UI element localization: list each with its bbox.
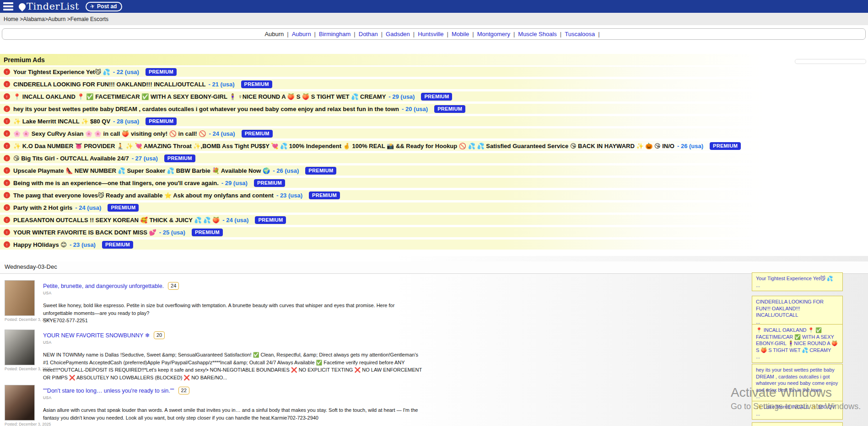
city-separator: | (287, 31, 288, 37)
premium-ad-title[interactable]: Party with 2 Hot girls (13, 204, 72, 211)
city-link[interactable]: Tuscaloosa (565, 31, 595, 37)
bump-up-icon: ↑ (4, 130, 10, 137)
bump-up-icon: ↑ (4, 180, 10, 186)
breadcrumb[interactable]: Home >Alabama>Auburn >Female Escorts (4, 16, 108, 22)
premium-ad-title[interactable]: ✨ Lake Merritt INCALL ✨ $80 QV (13, 118, 110, 125)
premium-ad-row[interactable]: ↑ 😘 Big Tits Girl - OUTCALL Available 24… (0, 153, 868, 163)
premium-ad-row[interactable]: ↑ Happy HOlidays 😊 - 23 (usa) PREMIUM (0, 240, 868, 250)
premium-ad-title[interactable]: Happy HOlidays 😊 (13, 241, 67, 248)
premium-ad-row[interactable]: ↑ Being with me is an experience—one tha… (0, 178, 868, 188)
premium-sidebar: Your Tightest Experience Yet😼 💦 ... CIND… (752, 0, 843, 426)
city-link[interactable]: Gadsden (386, 31, 410, 37)
premium-ad-title[interactable]: 😘 Big Tits Girl - OUTCALL Available 24/7 (13, 155, 129, 162)
sidebar-ad-ellipsis: ... (756, 410, 839, 417)
breadcrumb-band: Home >Alabama>Auburn >Female Escorts (0, 13, 868, 25)
premium-ad-row[interactable]: ↑ ✨ K.O Daa NUMBER 👅 PROVIDER 🧎 ✨ 💘 AMAZ… (0, 141, 868, 151)
sidebar-ad-box[interactable]: CINDERELLA LOOKING FOR FUN!!! OAKLAND!!!… (752, 296, 843, 328)
bump-up-icon: ↑ (4, 155, 10, 161)
premium-ad-title[interactable]: 📍 INCALL OAKLAND 📍 ✅ FACETIME/CAR ✅ WITH… (13, 93, 386, 100)
premium-ad-row[interactable]: ↑ 📍 INCALL OAKLAND 📍 ✅ FACETIME/CAR ✅ WI… (0, 91, 868, 101)
premium-ad-title[interactable]: Upscale Playmate 👠 NEW NUMBER 💦 Super So… (13, 167, 270, 174)
sidebar-ad-text[interactable]: 📍 INCALL OAKLAND 📍 ✅ FACETIME/CAR ✅ WITH… (756, 327, 838, 353)
premium-ad-row[interactable]: ↑ hey its your best wettes petite baby D… (0, 104, 868, 114)
listing-description: Sweet like honey, bold like espresso. Pe… (43, 302, 425, 325)
premium-ad-age: - 21 (usa) (209, 81, 235, 88)
premium-ad-row[interactable]: ↑ ✨ Lake Merritt INCALL ✨ $80 QV - 28 (u… (0, 116, 868, 126)
premium-ads-header: Premium Ads (0, 54, 868, 65)
premium-ad-title[interactable]: hey its your best wettes petite baby DRE… (13, 106, 399, 112)
premium-badge: PREMIUM (255, 216, 286, 224)
premium-ad-row[interactable]: ↑ Upscale Playmate 👠 NEW NUMBER 💦 Super … (0, 165, 868, 176)
age-badge: 22 (178, 387, 189, 394)
premium-ad-row[interactable]: ↑ The pawg that everyone loves😼 Ready an… (0, 190, 868, 200)
city-separator: | (314, 31, 316, 37)
sidebar-ad-box[interactable]: hey its your best wettes petite baby DRE… (752, 364, 843, 403)
premium-badge: PREMIUM (254, 179, 285, 187)
listing-photo[interactable] (5, 385, 35, 421)
listing-card[interactable]: Posted: December 3, 2025 ""Don't stare t… (5, 385, 458, 426)
premium-ad-title[interactable]: Being with me is an experience—one that … (13, 180, 219, 186)
sidebar-ad-text[interactable]: hey its your best wettes petite baby DRE… (756, 367, 838, 393)
sidebar-ad-box[interactable] (752, 422, 843, 426)
listing-body: YOUR NEW FAVORITE SNOWBUNNY ❄ 20 USA NEW… (43, 330, 425, 381)
premium-ad-row[interactable]: ↑ YOUR WINTER FAVORITE IS BACK DONT MISS… (0, 227, 868, 237)
listing-title-link[interactable]: YOUR NEW FAVORITE SNOWBUNNY ❄ (43, 332, 150, 339)
city-link[interactable]: Birmingham (319, 31, 350, 37)
sidebar-ad-text[interactable]: ✨ Lake Merritt INCALL ✨ $80 QV (756, 404, 835, 410)
listings-section: Wednesday-03-Dec Posted: December 3, 202… (0, 256, 868, 426)
posted-date: Posted: December 3, 2025 (5, 367, 35, 371)
premium-ad-title[interactable]: PLEASANTON OUTCALLS !! SEXY KOREAN 🥰 THI… (13, 217, 220, 224)
premium-ad-age: - 27 (usa) (132, 155, 158, 162)
top-header-bar: TinderList ✈ Post ad (0, 0, 868, 13)
listing-title-link[interactable]: Petite, brunette, and dangerously unforg… (43, 283, 164, 289)
site-logo[interactable]: TinderList (19, 1, 79, 12)
premium-ad-title[interactable]: Your Tightest Experience Yet😼 💦 (13, 69, 110, 75)
premium-ad-title[interactable]: 🌸 🌸 Sexy CuRvy Asian 🌸 🌸 in call 🍑 visit… (13, 130, 206, 137)
city-current: Auburn (264, 31, 284, 37)
premium-ad-title[interactable]: ✨ K.O Daa NUMBER 👅 PROVIDER 🧎 ✨ 💘 AMAZIN… (13, 143, 674, 149)
post-ad-button[interactable]: ✈ Post ad (86, 2, 122, 11)
sidebar-ad-box[interactable]: Your Tightest Experience Yet😼 💦 ... (752, 272, 843, 291)
sidebar-ad-text[interactable]: CINDERELLA LOOKING FOR FUN!!! OAKLAND!!!… (756, 299, 824, 318)
premium-badge: PREMIUM (108, 204, 139, 212)
premium-badge: PREMIUM (434, 105, 465, 113)
sidebar-ad-text[interactable]: Your Tightest Experience Yet😼 💦 (756, 276, 833, 281)
listing-country: USA (43, 340, 425, 345)
city-separator: | (381, 31, 383, 37)
sidebar-ad-box[interactable]: ✨ Lake Merritt INCALL ✨ $80 QV ... (752, 401, 843, 420)
listing-title-link[interactable]: ""Don't stare too long… unless you're re… (43, 388, 174, 394)
city-link[interactable]: Auburn (292, 31, 311, 37)
city-separator: | (472, 31, 474, 37)
listing-card[interactable]: Posted: December 3, 2025 Petite, brunett… (5, 280, 458, 326)
premium-ad-row[interactable]: ↑ Your Tightest Experience Yet😼 💦 - 22 (… (0, 67, 868, 77)
city-link[interactable]: Huntsville (418, 31, 443, 37)
premium-ad-title[interactable]: YOUR WINTER FAVORITE IS BACK DONT MISS 💕 (13, 229, 156, 236)
bump-up-icon: ↑ (4, 241, 10, 248)
premium-ad-age: - 24 (usa) (222, 217, 248, 224)
sidebar-ad-box[interactable]: 📍 INCALL OAKLAND 📍 ✅ FACETIME/CAR ✅ WITH… (752, 324, 843, 363)
premium-ad-row[interactable]: ↑ 🌸 🌸 Sexy CuRvy Asian 🌸 🌸 in call 🍑 vis… (0, 128, 868, 138)
bump-up-icon: ↑ (4, 167, 10, 174)
premium-ad-age: - 26 (usa) (677, 143, 703, 149)
premium-ad-row[interactable]: ↑ PLEASANTON OUTCALLS !! SEXY KOREAN 🥰 T… (0, 215, 868, 225)
city-separator: | (413, 31, 415, 37)
premium-badge: PREMIUM (710, 142, 741, 150)
premium-ad-age: - 26 (usa) (273, 167, 299, 174)
listing-photo[interactable] (5, 330, 35, 365)
listing-photo[interactable] (5, 280, 35, 316)
premium-ad-title[interactable]: The pawg that everyone loves😼 Ready and … (13, 192, 274, 199)
premium-ad-row[interactable]: ↑ CINDERELLA LOOKING FOR FUN!!! OAKLAND!… (0, 79, 868, 89)
listing-thumb-column: Posted: December 3, 2025 (5, 330, 35, 381)
city-link[interactable]: Muscle Shoals (518, 31, 557, 37)
city-link[interactable]: Mobile (452, 31, 469, 37)
city-link[interactable]: Montgomery (477, 31, 510, 37)
hamburger-menu-icon[interactable] (3, 2, 13, 11)
premium-ads-heading: Premium Ads (4, 56, 45, 64)
premium-ad-row[interactable]: ↑ Party with 2 Hot girls - 24 (usa) PREM… (0, 202, 868, 213)
bump-up-icon: ↑ (4, 81, 10, 87)
premium-ad-title[interactable]: CINDERELLA LOOKING FOR FUN!!! OAKLAND!!!… (13, 81, 206, 88)
posted-date: Posted: December 3, 2025 (5, 317, 35, 322)
tinderlist-logo-icon (17, 1, 27, 11)
listing-card[interactable]: Posted: December 3, 2025 YOUR NEW FAVORI… (5, 330, 458, 381)
city-link[interactable]: Dothan (359, 31, 378, 37)
